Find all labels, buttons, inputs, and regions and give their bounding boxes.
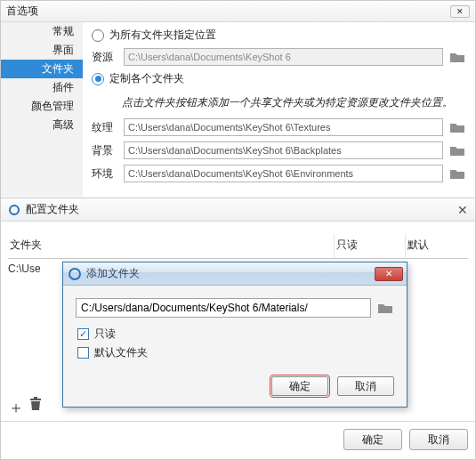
preferences-body: 常规 界面 文件夹 插件 颜色管理 高级 为所有文件夹指定位置 资源 C:\Us…: [1, 22, 475, 197]
radio-all-label: 为所有文件夹指定位置: [109, 28, 216, 43]
config-title: 配置文件夹: [26, 202, 79, 217]
cancel-button[interactable]: 取消: [409, 429, 468, 450]
preferences-content: 为所有文件夹指定位置 资源 C:\Users\dana\Documents\Ke…: [83, 22, 475, 197]
folder-icon[interactable]: [448, 120, 466, 134]
default-label: 默认文件夹: [94, 345, 148, 360]
col-folder[interactable]: 文件夹: [8, 234, 335, 258]
env-path[interactable]: C:\Users\dana\Documents\KeyShot 6\Enviro…: [124, 165, 443, 182]
textures-path[interactable]: C:\Users\dana\Documents\KeyShot 6\Textur…: [124, 118, 443, 136]
sidebar-item-folders[interactable]: 文件夹: [1, 60, 83, 78]
close-icon[interactable]: ✕: [375, 267, 403, 281]
background-label: 背景: [92, 143, 118, 158]
dialog-icon: [69, 268, 81, 280]
folder-icon[interactable]: [376, 301, 394, 315]
dialog-title: 添加文件夹: [86, 266, 140, 281]
folder-path-input[interactable]: [76, 298, 371, 318]
config-header: 配置文件夹 ✕: [1, 198, 475, 222]
sidebar: 常规 界面 文件夹 插件 颜色管理 高级: [1, 22, 83, 197]
radio-icon: [92, 29, 104, 42]
folder-icon[interactable]: [448, 166, 466, 181]
config-buttons: 确定 取消: [343, 429, 468, 450]
list-toolbar: ＋: [8, 397, 42, 418]
resource-row: 资源 C:\Users\dana\Documents\KeyShot 6: [92, 48, 466, 66]
delete-icon[interactable]: [29, 397, 42, 418]
dialog-body: 只读 默认文件夹 确定 取消: [63, 286, 407, 407]
folder-icon[interactable]: [448, 50, 466, 64]
env-row: 环境 C:\Users\dana\Documents\KeyShot 6\Env…: [92, 165, 466, 182]
add-icon[interactable]: ＋: [8, 397, 24, 418]
preferences-titlebar: 首选项 ✕: [1, 1, 475, 22]
config-columns: 文件夹 只读 默认: [8, 234, 468, 259]
sidebar-item-interface[interactable]: 界面: [1, 41, 83, 60]
dialog-buttons: 确定 取消: [76, 376, 394, 396]
path-row: [76, 298, 394, 318]
add-folder-dialog: 添加文件夹 ✕ 只读 默认文件夹 确定 取消: [62, 262, 407, 408]
env-label: 环境: [92, 166, 118, 182]
checkbox-icon: [77, 347, 89, 359]
radio-each-folder[interactable]: 定制各个文件夹: [92, 71, 466, 86]
textures-label: 纹理: [92, 120, 118, 135]
sidebar-item-advanced[interactable]: 高级: [1, 116, 83, 134]
background-path[interactable]: C:\Users\dana\Documents\KeyShot 6\Backpl…: [124, 141, 443, 159]
preferences-window: 首选项 ✕ 常规 界面 文件夹 插件 颜色管理 高级 为所有文件夹指定位置 资源…: [0, 0, 476, 198]
col-readonly[interactable]: 只读: [335, 234, 406, 258]
dialog-titlebar[interactable]: 添加文件夹 ✕: [63, 262, 407, 286]
radio-all-folders[interactable]: 为所有文件夹指定位置: [92, 28, 466, 43]
divider: [1, 421, 475, 422]
ok-button[interactable]: 确定: [271, 376, 328, 396]
preferences-title: 首选项: [6, 4, 38, 19]
background-row: 背景 C:\Users\dana\Documents\KeyShot 6\Bac…: [92, 141, 466, 159]
ok-button[interactable]: 确定: [343, 429, 402, 450]
sidebar-item-plugins[interactable]: 插件: [1, 78, 83, 97]
textures-row: 纹理 C:\Users\dana\Documents\KeyShot 6\Tex…: [92, 118, 466, 136]
cancel-button[interactable]: 取消: [337, 376, 394, 396]
folder-icon[interactable]: [448, 143, 466, 157]
radio-icon: [92, 73, 104, 85]
svg-point-0: [10, 206, 19, 214]
col-default[interactable]: 默认: [406, 234, 468, 258]
config-icon: [8, 204, 20, 216]
readonly-checkbox[interactable]: 只读: [77, 327, 394, 342]
sidebar-item-general[interactable]: 常规: [1, 22, 83, 41]
checkbox-icon: [77, 328, 89, 340]
hint-text: 点击文件夹按钮来添加一个共享文件夹或为特定资源更改文件夹位置。: [92, 92, 466, 118]
sidebar-item-color[interactable]: 颜色管理: [1, 97, 83, 116]
readonly-label: 只读: [94, 327, 116, 342]
resource-path: C:\Users\dana\Documents\KeyShot 6: [124, 48, 443, 66]
resource-label: 资源: [92, 50, 118, 65]
default-checkbox[interactable]: 默认文件夹: [77, 345, 394, 360]
radio-each-label: 定制各个文件夹: [109, 71, 184, 86]
close-icon[interactable]: ✕: [450, 5, 470, 18]
close-icon[interactable]: ✕: [457, 203, 468, 217]
